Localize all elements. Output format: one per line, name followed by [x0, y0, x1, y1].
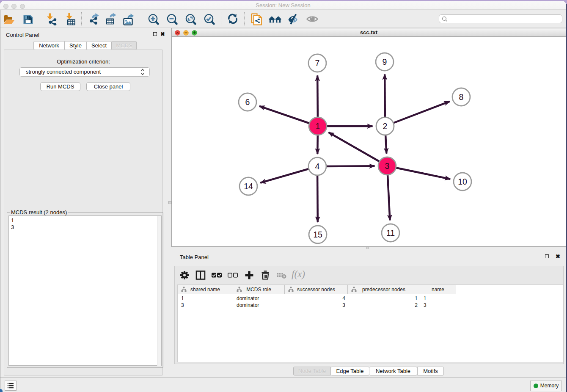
svg-text:1: 1 [316, 121, 320, 131]
svg-text:10: 10 [458, 177, 467, 186]
svg-text:11: 11 [386, 228, 395, 237]
svg-text:9: 9 [383, 57, 387, 66]
svg-text:7: 7 [315, 58, 320, 68]
svg-text:15: 15 [313, 230, 322, 239]
svg-text:3: 3 [385, 161, 390, 171]
svg-text:14: 14 [244, 182, 253, 191]
svg-text:2: 2 [383, 121, 388, 131]
svg-text:4: 4 [315, 162, 320, 171]
svg-text:8: 8 [459, 92, 464, 102]
svg-text:6: 6 [245, 97, 250, 107]
